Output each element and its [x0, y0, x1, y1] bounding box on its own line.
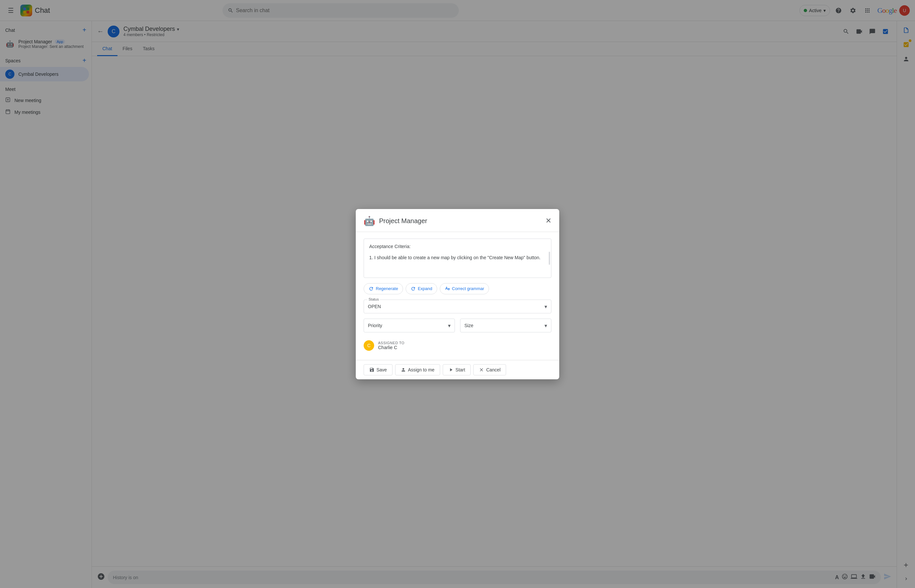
regenerate-button[interactable]: Regenerate — [364, 283, 403, 294]
assigned-to-section: C ASSIGNED TO Charlie C — [364, 338, 551, 354]
cancel-button[interactable]: Cancel — [473, 364, 506, 375]
correct-grammar-button[interactable]: Correct grammar — [440, 283, 489, 294]
ai-actions: Regenerate Expand Correct grammar — [364, 283, 551, 294]
save-button[interactable]: Save — [364, 364, 393, 375]
modal-overlay: 🤖 Project Manager ✕ Acceptance Criteria:… — [0, 0, 915, 588]
modal-header: 🤖 Project Manager ✕ — [356, 209, 559, 232]
expand-icon — [411, 286, 416, 291]
cancel-icon — [479, 367, 484, 372]
textarea-scrollbar — [549, 252, 550, 265]
assignee-name: Charlie C — [378, 345, 404, 350]
modal-close-button[interactable]: ✕ — [545, 216, 551, 225]
assign-icon — [401, 367, 406, 372]
acceptance-criteria-text: 1. I should be able to create a new map … — [369, 254, 546, 261]
grammar-icon — [445, 286, 450, 291]
content-area-wrapper: Acceptance Criteria: 1. I should be able… — [364, 239, 551, 278]
priority-select[interactable]: Priority Low Medium High Critical — [368, 321, 451, 330]
size-field: Size XS S M L XL ▾ — [460, 318, 551, 333]
expand-button[interactable]: Expand — [406, 283, 437, 294]
assignee-avatar: C — [364, 340, 374, 351]
start-icon — [448, 367, 454, 372]
priority-size-row: Priority Low Medium High Critical ▾ Size… — [364, 318, 551, 333]
priority-field: Priority Low Medium High Critical ▾ — [364, 318, 455, 333]
size-select[interactable]: Size XS S M L XL — [464, 321, 547, 330]
status-field: Status OPEN IN PROGRESS DONE CLOSED ▾ — [364, 300, 551, 313]
assigned-to-label: ASSIGNED TO — [378, 341, 404, 345]
modal-title: Project Manager — [379, 217, 542, 225]
acceptance-criteria-label: Acceptance Criteria: — [369, 243, 546, 250]
save-icon — [369, 367, 375, 372]
modal-body: Acceptance Criteria: 1. I should be able… — [356, 232, 559, 360]
modal-bot-icon: 🤖 — [364, 216, 375, 226]
assign-to-me-button[interactable]: Assign to me — [395, 364, 440, 375]
start-button[interactable]: Start — [443, 364, 471, 375]
regenerate-icon — [369, 286, 374, 291]
modal-dialog: 🤖 Project Manager ✕ Acceptance Criteria:… — [356, 209, 559, 379]
acceptance-criteria-textarea[interactable]: Acceptance Criteria: 1. I should be able… — [364, 239, 551, 278]
status-label: Status — [367, 297, 380, 301]
assignee-info: ASSIGNED TO Charlie C — [378, 341, 404, 350]
status-select[interactable]: OPEN IN PROGRESS DONE CLOSED — [368, 302, 547, 310]
modal-footer: Save Assign to me Start Cancel — [356, 360, 559, 379]
